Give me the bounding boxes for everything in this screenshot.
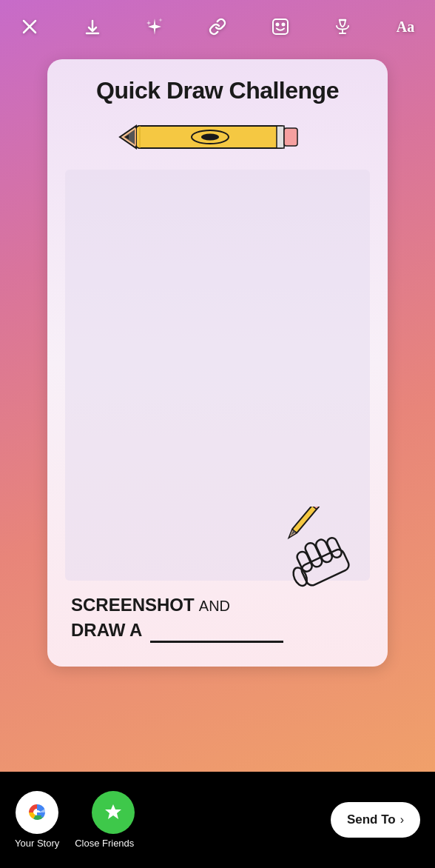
text-icon[interactable]: Aa <box>392 13 419 40</box>
close-friends-circle <box>92 791 135 834</box>
close-friends-label: Close Friends <box>75 838 134 849</box>
hand-pencil-icon <box>281 507 362 588</box>
svg-point-24 <box>291 566 309 588</box>
story-area: Aa Quick Draw Challenge <box>0 0 435 772</box>
close-friends-action[interactable]: Close Friends <box>74 791 135 849</box>
your-story-label: Your Story <box>15 838 59 849</box>
your-story-circle <box>16 791 58 834</box>
svg-rect-25 <box>292 507 320 533</box>
screenshot-label: SCREENSHOT <box>71 595 195 615</box>
svg-rect-3 <box>273 19 288 34</box>
draw-a-label: DRAW A <box>71 620 142 640</box>
link-icon[interactable] <box>204 13 231 40</box>
svg-point-18 <box>201 133 219 140</box>
send-to-label: Send To <box>347 812 396 827</box>
app-container: Aa Quick Draw Challenge <box>0 0 435 868</box>
svg-point-5 <box>282 24 284 26</box>
pencil-illustration <box>114 115 321 159</box>
download-icon[interactable] <box>79 13 106 40</box>
story-card: Quick Draw Challenge <box>47 59 388 667</box>
card-title: Quick Draw Challenge <box>96 77 339 104</box>
svg-rect-10 <box>277 126 284 148</box>
svg-point-4 <box>276 24 278 26</box>
bottom-bar: Your Story Close Friends Send To › <box>0 772 435 868</box>
send-chevron-icon: › <box>400 813 404 827</box>
bottom-challenge-text: SCREENSHOT AND DRAW A <box>65 581 370 649</box>
send-to-button[interactable]: Send To › <box>331 802 420 838</box>
svg-marker-29 <box>105 804 121 819</box>
drawing-area[interactable] <box>65 170 370 581</box>
your-story-action[interactable]: Your Story <box>15 791 59 849</box>
draw-underline <box>150 641 283 643</box>
sticker-icon[interactable] <box>267 13 294 40</box>
close-icon[interactable] <box>16 13 43 40</box>
svg-rect-11 <box>284 128 297 146</box>
svg-rect-22 <box>326 536 343 559</box>
audio-icon[interactable] <box>329 13 356 40</box>
sparkle-icon[interactable] <box>141 13 168 40</box>
and-label: AND <box>199 598 230 614</box>
top-toolbar: Aa <box>0 0 435 47</box>
